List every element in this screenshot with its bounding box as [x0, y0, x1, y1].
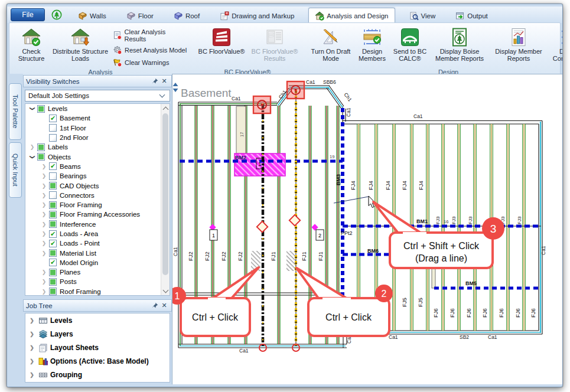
tree-item-roof-framing[interactable]: ❯Roof Framing — [25, 287, 170, 296]
tree-item-loads-point[interactable]: ❯Loads - Point — [25, 239, 170, 248]
display-boise-member-reports-button[interactable]: Display Boise Member Reports — [430, 25, 489, 64]
checkbox-square[interactable] — [49, 211, 57, 218]
turn-on-draft-mode-button[interactable]: Turn On Draft Mode — [307, 25, 354, 64]
pin-icon[interactable] — [150, 302, 159, 310]
checkbox-check[interactable] — [49, 240, 57, 247]
scroll-thumb[interactable] — [162, 113, 168, 275]
checkbox-empty[interactable] — [49, 172, 57, 180]
display-member-reports-button[interactable]: Display Member Reports — [489, 25, 548, 64]
tree-item-cad-objects[interactable]: ❯CAD Objects — [25, 181, 170, 190]
distribute-structure-loads-button[interactable]: Distribute Structure Loads — [50, 25, 111, 64]
tool-palette-tab[interactable]: Tool Palette — [9, 83, 22, 140]
expander-right-icon[interactable]: ❯ — [40, 231, 48, 237]
tree-item-material-list[interactable]: ❯Material List — [25, 248, 170, 257]
checkbox-square[interactable] — [37, 143, 45, 151]
tree-item-loads-area[interactable]: ❯Loads - Area — [25, 229, 170, 239]
tab-view[interactable]: View — [403, 9, 442, 23]
expander-right-icon[interactable]: ❯ — [40, 289, 48, 295]
tab-floor[interactable]: Floor — [120, 9, 159, 23]
pin-icon[interactable] — [150, 77, 159, 86]
tree-item-labels[interactable]: ❯Labels — [25, 142, 170, 152]
drawing-canvas[interactable]: Basement — [172, 74, 562, 384]
job-tree-item-options-active-base-model[interactable]: ❯Options (Active: Base Model) — [25, 354, 170, 368]
job-tree-item-grouping[interactable]: ❯Grouping — [25, 368, 170, 381]
tree-item-beams[interactable]: ❯Beams — [25, 162, 170, 171]
tab-output[interactable]: Output — [450, 9, 494, 23]
expander-right-icon[interactable]: ❯ — [28, 372, 36, 378]
checkbox-empty[interactable] — [49, 134, 57, 142]
checkbox-square[interactable] — [49, 182, 57, 190]
tab-walls[interactable]: Walls — [72, 9, 112, 23]
tree-item-levels[interactable]: ❯Levels — [25, 104, 170, 113]
checkbox-empty[interactable] — [49, 191, 57, 199]
expander-right-icon[interactable]: ❯ — [28, 358, 36, 364]
scroll-up-button[interactable] — [161, 104, 170, 113]
expander-right-icon[interactable]: ❯ — [40, 202, 48, 208]
checkbox-square[interactable] — [49, 288, 57, 295]
level-title-spinner[interactable] — [173, 83, 178, 92]
expander-right-icon[interactable]: ❯ — [40, 250, 48, 256]
expander-right-icon[interactable]: ❯ — [28, 345, 36, 351]
checkbox-check[interactable] — [49, 162, 57, 170]
forest-certification-icon[interactable] — [50, 8, 64, 21]
tree-item-interference[interactable]: ❯Interference — [25, 220, 170, 229]
checkbox-empty[interactable] — [49, 124, 57, 132]
expander-right-icon[interactable]: ❯ — [40, 221, 48, 227]
expander-right-icon[interactable]: ❯ — [40, 173, 48, 179]
checkbox-check[interactable] — [49, 230, 57, 238]
checkbox-square[interactable] — [49, 269, 57, 276]
quick-input-tab[interactable]: Quick Input — [9, 142, 22, 198]
tab-analysis-and-design[interactable]: Analysis and Design — [308, 8, 395, 23]
tree-item-basement[interactable]: Basement — [25, 113, 170, 123]
expander-right-icon[interactable]: ❯ — [40, 240, 48, 246]
checkbox-square[interactable] — [49, 249, 57, 257]
design-connectors-button[interactable]: Design Connectors — [548, 25, 563, 64]
tree-item-floor-framing[interactable]: ❯Floor Framing — [25, 200, 170, 210]
checkbox-check[interactable] — [49, 259, 57, 266]
reset-analysis-model-button[interactable]: Reset Analysis Model — [111, 45, 189, 55]
job-tree-item-levels[interactable]: ❯Levels — [25, 313, 170, 327]
tree-item-2nd-floor[interactable]: 2nd Floor — [25, 133, 170, 142]
tree-item-connectors[interactable]: ❯Connectors — [25, 191, 170, 200]
expander-down-icon[interactable]: ❯ — [30, 104, 35, 113]
visibility-scrollbar[interactable] — [161, 104, 170, 295]
expander-right-icon[interactable]: ❯ — [28, 331, 36, 337]
framing-plan[interactable]: Basement — [172, 74, 563, 386]
checkbox-square[interactable] — [49, 201, 57, 209]
checkbox-square[interactable] — [37, 153, 45, 161]
tree-item-floor-framing-accessories[interactable]: ❯Floor Framing Accessories — [25, 210, 170, 219]
design-members-button[interactable]: Design Members — [354, 25, 390, 64]
tree-item-objects[interactable]: ❯Objects — [25, 152, 170, 161]
tree-item-bearings[interactable]: ❯Bearings — [25, 171, 170, 181]
expander-right-icon[interactable]: ❯ — [40, 192, 48, 198]
checkbox-square[interactable] — [37, 105, 45, 113]
clear-analysis-results-button[interactable]: Clear Analysis Results — [111, 28, 189, 43]
job-settings-dropdown[interactable]: Default Job Settings — [25, 90, 170, 102]
tree-item-planes[interactable]: ❯Planes — [25, 267, 170, 277]
tab-roof[interactable]: Roof — [168, 9, 206, 23]
file-menu-button[interactable]: File — [11, 8, 45, 21]
expander-right-icon[interactable]: ❯ — [40, 279, 48, 285]
close-icon[interactable]: ✕ — [159, 77, 169, 86]
checkbox-square[interactable] — [49, 278, 57, 286]
send-to-bc-calc-button[interactable]: Send to BC CALC® — [390, 25, 430, 64]
close-icon[interactable]: ✕ — [159, 302, 169, 310]
tree-item-posts[interactable]: ❯Posts — [25, 277, 170, 286]
expander-right-icon[interactable]: ❯ — [40, 164, 48, 169]
bc-floorvalue-button[interactable]: BC FloorValue® — [195, 25, 248, 57]
clear-warnings-button[interactable]: Clear Warnings — [111, 57, 189, 68]
expander-right-icon[interactable]: ❯ — [40, 183, 48, 189]
checkbox-square[interactable] — [49, 220, 57, 228]
expander-down-icon[interactable]: ❯ — [30, 152, 35, 161]
expander-right-icon[interactable]: ❯ — [40, 269, 48, 275]
job-tree-item-layers[interactable]: ❯Layers — [25, 327, 170, 341]
checkbox-check[interactable] — [49, 115, 57, 122]
expander-right-icon[interactable]: ❯ — [40, 211, 48, 217]
expander-right-icon[interactable]: ❯ — [28, 318, 36, 324]
job-tree-item-layout-sheets[interactable]: ❯Layout Sheets — [25, 341, 170, 354]
expander-right-icon[interactable]: ❯ — [28, 144, 37, 150]
tab-drawing-and-markup[interactable]: Drawing and Markup — [214, 9, 300, 23]
check-structure-button[interactable]: Check Structure — [13, 25, 50, 64]
tree-item-model-origin[interactable]: Model Origin — [25, 258, 170, 267]
tree-item-1st-floor[interactable]: 1st Floor — [25, 123, 170, 133]
